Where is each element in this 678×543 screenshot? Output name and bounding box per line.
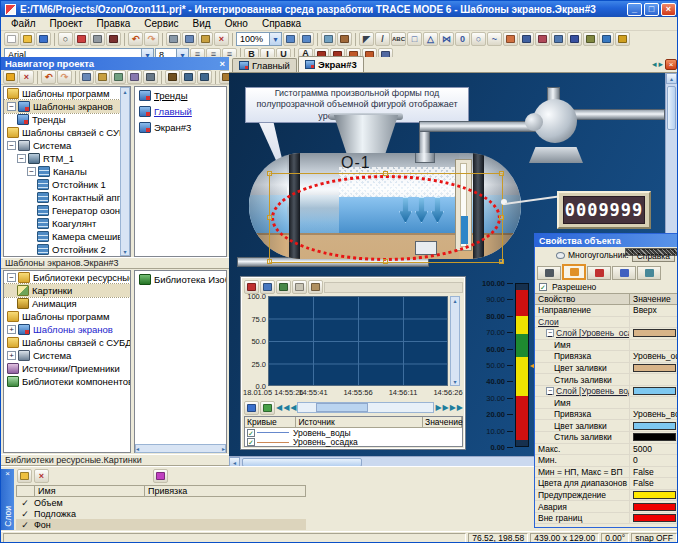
expander-icon[interactable]: − [546,329,554,337]
menu-Правка[interactable]: Правка [90,18,138,29]
video-tool-icon[interactable] [519,32,534,46]
screen-divider-bar[interactable]: Шаблоны экранов.Экран#3 [1,257,229,269]
tree-item[interactable]: −Шаблоны экранов [4,100,130,113]
tree-item[interactable]: Контактный аппарат [4,191,130,204]
tree-item[interactable]: Шаблоны программ [4,310,130,323]
new-document-icon[interactable] [4,32,19,46]
copy-icon[interactable] [79,70,94,84]
save-icon[interactable] [36,32,51,46]
clone-icon[interactable] [127,70,142,84]
tree-item[interactable]: Коагулянт [4,217,130,230]
tree-item[interactable]: +Система [4,349,130,362]
expander-icon[interactable]: − [17,154,26,163]
trend-back-icon[interactable]: ◀ [276,404,282,412]
tab-Экран#3[interactable]: Экран#3 [298,56,364,72]
zoom-in-icon[interactable] [283,32,298,46]
tree-item[interactable]: Источники/Приемники [4,362,130,375]
zoom-out-icon[interactable] [299,32,314,46]
link-icon[interactable] [111,70,126,84]
list-item[interactable]: Экран#3 [135,119,226,135]
tree-item[interactable]: Картинки [4,284,130,297]
property-row[interactable]: Цвет заливки [535,420,678,432]
delete-node-icon[interactable]: × [19,70,34,84]
property-row[interactable]: Предупреждение [535,490,678,502]
profiler-icon[interactable] [74,32,89,46]
navigator-close-icon[interactable]: × [219,58,225,69]
expander-icon[interactable]: + [7,351,16,360]
tree-item[interactable]: +Шаблоны экранов [4,323,130,336]
selection-handle[interactable] [499,259,504,264]
minimize-button[interactable]: _ [627,3,642,16]
selection-handle[interactable] [267,215,272,220]
tree-item[interactable]: Шаблоны связей с СУБД [4,126,130,139]
open-folder-icon[interactable] [17,469,32,483]
tree-item[interactable]: Анимация [4,297,130,310]
debugger-icon[interactable] [90,32,105,46]
image-layer-icon[interactable] [153,469,168,483]
text-tool-icon[interactable]: ABC [391,32,406,46]
property-row[interactable]: Слои [535,317,678,329]
list-item[interactable]: Главный [135,103,226,119]
menu-Проект[interactable]: Проект [43,18,90,29]
properties-title-bar[interactable]: Свойства объекта [535,234,678,247]
trend-forward-icon[interactable]: ▶ [450,404,456,412]
menu-Окно[interactable]: Окно [218,18,255,29]
tree-item[interactable]: −Каналы [4,165,130,178]
delete-layer-icon[interactable]: × [34,469,49,483]
selection-handle[interactable] [499,215,504,220]
layer-visible-checkbox[interactable]: ✓ [16,498,34,508]
tree-item[interactable]: −Система [4,139,130,152]
trend-vertical-scrollbar[interactable]: ▴▾ [450,296,460,386]
property-row[interactable]: Имя [535,340,678,352]
layers-side-tab[interactable]: × Слои [1,469,14,530]
selection-handle[interactable] [499,171,504,176]
tree-item[interactable]: Камера смешивания [4,230,130,243]
tab-Главный[interactable]: Главный [232,58,297,72]
bug-icon[interactable] [106,32,121,46]
arc-tool-icon[interactable]: ~ [487,32,502,46]
selection-handle[interactable] [383,171,388,176]
property-row[interactable]: Цвет заливки [535,363,678,375]
selection-handle[interactable] [267,171,272,176]
menu-Справка[interactable]: Справка [255,18,308,29]
control-tool-icon[interactable] [551,32,566,46]
move-tab-icon[interactable] [637,266,661,280]
tree-item[interactable]: Генератор озона [4,204,130,217]
undo-icon[interactable]: ↶ [41,70,56,84]
image-tool-icon[interactable] [503,32,518,46]
tree-item[interactable]: Отстойник 1 [4,178,130,191]
trend-forward-icon[interactable]: ▶ [443,404,449,412]
expander-icon[interactable]: − [7,141,16,150]
layer-visible-checkbox[interactable]: ✓ [16,520,34,530]
menu-Файл[interactable]: Файл [4,18,43,29]
property-row[interactable]: Стиль заливки [535,432,678,444]
inlet-pipe-horizontal[interactable] [419,121,541,132]
close-button[interactable]: × [661,3,676,16]
tree-item[interactable]: Отстойник 2 [4,243,130,256]
paint-tab-icon[interactable] [562,264,586,280]
tree-view-icon[interactable] [181,70,196,84]
menu-Сервис[interactable]: Сервис [137,18,185,29]
property-row[interactable]: НаправлениеВверх [535,305,678,317]
funnel[interactable] [331,115,401,153]
paste-icon[interactable] [198,32,213,46]
triangle-tool-icon[interactable]: △ [423,32,438,46]
expander-icon[interactable]: − [7,273,16,282]
tree-item[interactable]: Библиотеки компонентов [4,375,130,388]
ellipse-tool-icon[interactable]: ○ [471,32,486,46]
property-row[interactable]: Цвета для диапазоновFalse [535,478,678,490]
selection-handle[interactable] [267,259,272,264]
redo-icon[interactable]: ↷ [144,32,159,46]
tree-item[interactable]: −RTM_1 [4,152,130,165]
clock-icon[interactable]: ○ [58,32,73,46]
details-view-icon[interactable] [197,70,212,84]
project-tree-scrollbar[interactable]: ▴▾ [120,87,130,256]
property-row[interactable]: Стиль заливки [535,374,678,386]
undo-icon[interactable]: ↶ [128,32,143,46]
open-project-icon[interactable] [20,32,35,46]
tab-close-icon[interactable]: × [665,59,677,70]
property-row[interactable]: Имя [535,397,678,409]
scale-tool-icon[interactable] [583,32,598,46]
maximize-button[interactable]: □ [644,3,659,16]
expander-icon[interactable]: + [7,325,16,334]
